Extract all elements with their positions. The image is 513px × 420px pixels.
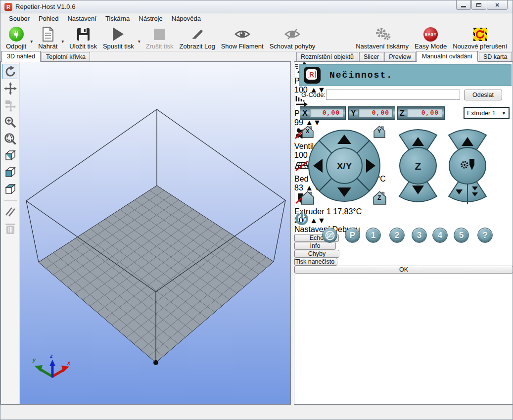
left-panel: 3D náhled Teplotní křivka bbox=[0, 51, 291, 406]
easy-mode-icon: EASY bbox=[423, 27, 438, 42]
view-top-button[interactable] bbox=[2, 182, 18, 197]
svg-text:Z: Z bbox=[377, 194, 381, 201]
emergency-stop-button[interactable]: Nouzové přerušení bbox=[450, 25, 510, 51]
view-front-button[interactable] bbox=[2, 165, 18, 180]
toolbar-divider bbox=[4, 200, 17, 201]
close-button[interactable]: × bbox=[487, 0, 508, 10]
document-icon bbox=[42, 26, 54, 42]
preset-3-button[interactable]: 3 bbox=[412, 228, 427, 243]
menu-napoveda[interactable]: Nápověda bbox=[167, 14, 205, 23]
menu-soubor[interactable]: Soubor bbox=[4, 14, 34, 23]
view-isometric-button[interactable] bbox=[2, 148, 18, 163]
maximize-button[interactable] bbox=[471, 0, 486, 10]
chevron-down-icon: ▼ bbox=[502, 111, 506, 116]
eye-icon bbox=[234, 26, 251, 42]
menu-nastroje[interactable]: Nástroje bbox=[134, 14, 167, 23]
disconnect-button[interactable]: Odpojit bbox=[3, 25, 29, 51]
z-position-display: Z 0,00 bbox=[397, 106, 445, 120]
play-icon bbox=[113, 27, 124, 41]
load-dropdown-icon[interactable]: ▾ bbox=[61, 39, 64, 44]
main-area: 3D náhled Teplotní křivka bbox=[0, 51, 513, 406]
view-toolbar bbox=[1, 62, 20, 404]
zoom-fit-button[interactable] bbox=[2, 131, 18, 146]
3d-viewport[interactable]: y z x bbox=[20, 62, 290, 404]
preset-4-button[interactable]: 4 bbox=[432, 228, 448, 243]
power-button[interactable] bbox=[294, 211, 513, 228]
motors-off-button[interactable] bbox=[322, 228, 337, 243]
y-position-value: 0,00 bbox=[358, 108, 393, 118]
move-object-button bbox=[2, 97, 18, 113]
home-x-button[interactable]: X bbox=[302, 126, 313, 138]
printer-status-header: R Nečinnost. bbox=[299, 64, 512, 86]
svg-text:X: X bbox=[306, 128, 310, 134]
stop-icon bbox=[154, 29, 165, 40]
home-all-button[interactable] bbox=[301, 191, 314, 204]
help-button[interactable]: ? bbox=[477, 228, 493, 243]
tab-sd-card[interactable]: SD karta bbox=[479, 52, 512, 61]
z-position-value: 0,00 bbox=[407, 108, 442, 118]
load-button[interactable]: Nahrát bbox=[36, 25, 60, 51]
send-gcode-button[interactable]: Odeslat bbox=[464, 90, 502, 100]
disconnect-dropdown-icon[interactable]: ▾ bbox=[30, 39, 33, 44]
tab-manual-control[interactable]: Manuální ovládání bbox=[417, 51, 478, 62]
tab-preview[interactable]: Preview bbox=[384, 52, 415, 61]
preset-5-button[interactable]: 5 bbox=[454, 228, 469, 243]
rotate-view-button[interactable] bbox=[2, 64, 18, 79]
debug-dry-run-button[interactable]: Tisk nanečisto bbox=[294, 258, 337, 266]
easy-mode-button[interactable]: EASY Easy Mode bbox=[412, 25, 449, 51]
extruder-select[interactable]: Extruder 1 ▼ bbox=[464, 107, 510, 119]
cancel-print-button: Zrušit tisk bbox=[143, 25, 176, 51]
svg-text:x: x bbox=[67, 360, 71, 366]
park-button[interactable]: P bbox=[345, 228, 360, 243]
start-print-button[interactable]: Spustit tisk bbox=[100, 25, 137, 51]
gears-icon bbox=[373, 26, 391, 42]
emergency-stop-icon bbox=[473, 28, 487, 41]
start-print-dropdown-icon[interactable]: ▾ bbox=[138, 39, 140, 44]
ok-button[interactable]: OK bbox=[294, 266, 513, 274]
show-filament-button[interactable]: Show Filament bbox=[219, 25, 266, 51]
minimize-button[interactable] bbox=[456, 0, 471, 10]
floppy-icon bbox=[77, 26, 90, 42]
hide-moves-button[interactable]: Schovat pohyby bbox=[267, 25, 318, 51]
preset-2-button[interactable]: 2 bbox=[389, 228, 405, 243]
tab-object-placement[interactable]: Rozmístění objektů bbox=[296, 52, 358, 61]
x-position-display: X 0,00 bbox=[300, 106, 346, 120]
app-logo-icon: R bbox=[4, 3, 12, 11]
tab-slicer[interactable]: Slicer bbox=[359, 52, 383, 61]
move-view-button[interactable] bbox=[2, 81, 18, 96]
x-position-value: 0,00 bbox=[310, 108, 343, 118]
pencil-icon bbox=[190, 26, 204, 42]
origin-marker bbox=[153, 360, 158, 365]
toolbar: Odpojit ▾ Nahrát ▾ Uložit tisk Spustit t… bbox=[0, 24, 513, 51]
printer-settings-button[interactable]: Nastavení tiskárny bbox=[353, 25, 411, 51]
svg-text:X/Y: X/Y bbox=[337, 161, 352, 171]
svg-text:Z: Z bbox=[415, 160, 421, 172]
zoom-in-button[interactable] bbox=[2, 114, 18, 130]
svg-text:y: y bbox=[32, 357, 36, 363]
eye-slash-icon bbox=[284, 26, 301, 42]
y-position-display: Y 0,00 bbox=[348, 106, 395, 120]
debug-info-button[interactable]: Info bbox=[294, 242, 336, 250]
repetier-logo-icon: R bbox=[304, 67, 321, 84]
svg-text:z: z bbox=[49, 353, 53, 359]
tab-3d-view[interactable]: 3D náhled bbox=[1, 51, 41, 62]
right-panel: Rozmístění objektů Slicer Preview Manuál… bbox=[294, 51, 513, 406]
show-log-button[interactable]: Zobrazit Log bbox=[177, 25, 217, 51]
parallel-projection-button[interactable] bbox=[2, 204, 18, 219]
gcode-input[interactable] bbox=[326, 90, 460, 100]
menu-nastaveni[interactable]: Nastavení bbox=[63, 14, 101, 23]
minimize-icon bbox=[461, 6, 466, 7]
printer-status-text: Nečinnost. bbox=[329, 70, 393, 80]
home-y-button[interactable]: Y bbox=[374, 126, 385, 138]
title-bar: R Repetier-Host V1.0.6 × bbox=[0, 0, 513, 13]
debug-errors-button[interactable]: Chyby bbox=[294, 250, 339, 258]
menu-pohled[interactable]: Pohled bbox=[34, 14, 63, 23]
tab-temperature-curve[interactable]: Teplotní křivka bbox=[42, 52, 90, 61]
preset-1-button[interactable]: 1 bbox=[366, 228, 381, 243]
svg-text:Y: Y bbox=[377, 128, 381, 134]
home-z-button[interactable]: Z bbox=[373, 191, 386, 204]
menu-tiskarna[interactable]: Tiskárna bbox=[101, 14, 134, 23]
quick-buttons-row: P 1 2 3 4 5 ? bbox=[294, 211, 513, 227]
save-print-button[interactable]: Uložit tisk bbox=[67, 25, 99, 51]
menu-bar: Soubor Pohled Nastavení Tiskárna Nástroj… bbox=[0, 13, 513, 24]
